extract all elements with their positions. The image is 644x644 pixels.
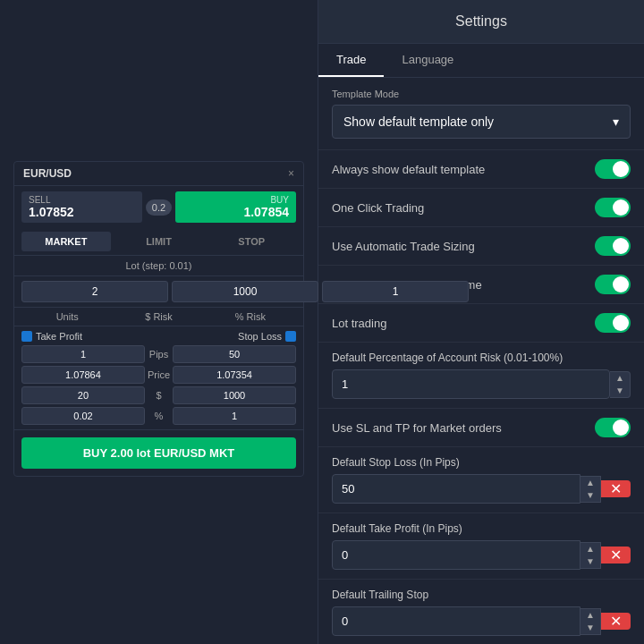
default-trailing-stop-row: ▲ ▼ ✕ bbox=[332, 606, 631, 636]
order-type-row: MARKET LIMIT STOP bbox=[14, 228, 303, 256]
lot-inputs-row bbox=[14, 276, 303, 308]
percent-label: % bbox=[148, 411, 170, 421]
default-take-profit-delete-button[interactable]: ✕ bbox=[601, 547, 631, 564]
toggle-one-click-label: One Click Trading bbox=[332, 201, 424, 215]
close-icon[interactable]: × bbox=[288, 167, 294, 180]
price-label: Price bbox=[148, 369, 170, 380]
buy-label: BUY bbox=[182, 195, 289, 205]
sl-dollar-input[interactable] bbox=[173, 386, 296, 404]
template-mode-dropdown[interactable]: Show default template only ▾ bbox=[332, 105, 631, 139]
default-stop-loss-delete-button[interactable]: ✕ bbox=[601, 480, 631, 497]
template-mode-label: Template Mode bbox=[332, 89, 631, 99]
default-trailing-stop-down-arrow[interactable]: ▼ bbox=[580, 622, 600, 634]
default-trailing-stop-input[interactable] bbox=[332, 606, 580, 636]
account-risk-down-arrow[interactable]: ▼ bbox=[610, 385, 630, 397]
default-trailing-stop-arrows: ▲ ▼ bbox=[580, 608, 601, 635]
toggle-one-click-switch[interactable] bbox=[595, 198, 631, 217]
toggle-lot-trading-knob bbox=[613, 315, 629, 331]
limit-button[interactable]: LIMIT bbox=[114, 232, 204, 251]
account-risk-row: ▲ ▼ bbox=[332, 369, 631, 399]
default-stop-loss-row: ▲ ▼ ✕ bbox=[332, 474, 631, 504]
sl-price-input[interactable] bbox=[173, 366, 296, 384]
tp-sl-section: Take Profit Stop Loss Pips Price $ % bbox=[14, 326, 303, 430]
template-mode-value: Show default template only bbox=[343, 114, 494, 129]
toggle-always-default-knob bbox=[613, 161, 629, 177]
toggle-sl-tp-market-switch[interactable] bbox=[595, 418, 631, 437]
tp-dollar-input[interactable] bbox=[21, 386, 145, 404]
lot-header: Lot (step: 0.01) bbox=[14, 256, 303, 276]
default-trailing-stop-label: Default Trailing Stop bbox=[332, 589, 631, 601]
tab-trade[interactable]: Trade bbox=[318, 44, 384, 77]
default-stop-loss-input[interactable] bbox=[332, 474, 580, 504]
toggle-lot-trading-switch[interactable] bbox=[595, 313, 631, 333]
toggle-adv-order-volume-knob bbox=[613, 276, 629, 292]
toggle-sl-tp-market: Use SL and TP for Market orders bbox=[318, 409, 644, 447]
stop-button[interactable]: STOP bbox=[207, 232, 296, 251]
toggle-always-default-switch[interactable] bbox=[595, 159, 631, 179]
default-take-profit-section: Default Take Profit (In Pips) ▲ ▼ ✕ bbox=[318, 513, 644, 580]
default-stop-loss-down-arrow[interactable]: ▼ bbox=[580, 489, 600, 502]
toggle-one-click-knob bbox=[613, 199, 629, 216]
tp-checkbox[interactable] bbox=[21, 331, 32, 342]
toggle-sl-tp-market-knob bbox=[613, 419, 629, 436]
pair-title: EUR/USD bbox=[23, 167, 72, 180]
buy-box[interactable]: BUY 1.07854 bbox=[175, 191, 296, 223]
toggle-auto-sizing-switch[interactable] bbox=[595, 236, 631, 256]
tp-pips-input[interactable] bbox=[21, 345, 145, 363]
default-trailing-stop-delete-button[interactable]: ✕ bbox=[601, 613, 631, 630]
lot-input-3[interactable] bbox=[322, 281, 469, 302]
chevron-down-icon: ▾ bbox=[613, 114, 619, 129]
risk-dollar-label: $ Risk bbox=[113, 311, 204, 322]
toggle-always-default: Always show default template bbox=[318, 150, 644, 189]
sl-checkbox[interactable] bbox=[285, 331, 296, 342]
settings-panel: Settings Trade Language Template Mode Sh… bbox=[318, 0, 644, 644]
default-trailing-stop-up-arrow[interactable]: ▲ bbox=[580, 609, 600, 622]
pips-label: Pips bbox=[148, 349, 170, 360]
default-take-profit-arrows: ▲ ▼ bbox=[580, 542, 601, 569]
lot-badge: 0.2 bbox=[146, 199, 172, 216]
settings-tabs: Trade Language bbox=[318, 44, 644, 78]
default-take-profit-label: Default Take Profit (In Pips) bbox=[332, 522, 631, 535]
default-take-profit-input[interactable] bbox=[332, 540, 580, 570]
tab-language[interactable]: Language bbox=[384, 44, 471, 77]
default-stop-loss-up-arrow[interactable]: ▲ bbox=[580, 477, 600, 489]
buy-submit-button[interactable]: BUY 2.00 lot EUR/USD MKT bbox=[21, 437, 296, 469]
settings-title: Settings bbox=[455, 13, 507, 29]
tp-sl-grid: Pips Price $ % bbox=[21, 345, 296, 425]
template-mode-section: Template Mode Show default template only… bbox=[318, 78, 644, 150]
sl-pips-input[interactable] bbox=[173, 345, 296, 363]
account-risk-up-arrow[interactable]: ▲ bbox=[610, 372, 630, 385]
default-trailing-stop-section: Default Trailing Stop ▲ ▼ ✕ bbox=[318, 580, 644, 644]
default-take-profit-up-arrow[interactable]: ▲ bbox=[580, 543, 600, 555]
settings-header: Settings bbox=[318, 0, 644, 44]
toggle-auto-sizing: Use Automatic Trade Sizing bbox=[318, 227, 644, 266]
toggle-lot-trading-label: Lot trading bbox=[332, 317, 386, 330]
units-label: Units bbox=[21, 311, 113, 322]
trading-widget: EUR/USD × SELL 1.07852 0.2 BUY 1.07854 M… bbox=[13, 161, 304, 477]
toggle-one-click: One Click Trading bbox=[318, 189, 644, 227]
sell-price: 1.07852 bbox=[29, 205, 135, 219]
default-take-profit-down-arrow[interactable]: ▼ bbox=[580, 555, 600, 568]
sell-buy-row: SELL 1.07852 0.2 BUY 1.07854 bbox=[14, 186, 303, 228]
account-risk-arrows: ▲ ▼ bbox=[610, 371, 631, 398]
tp-percent-input[interactable] bbox=[21, 407, 145, 425]
account-risk-input[interactable] bbox=[332, 369, 610, 399]
toggle-adv-order-volume-switch[interactable] bbox=[595, 275, 631, 294]
widget-header: EUR/USD × bbox=[14, 162, 303, 186]
sl-percent-input[interactable] bbox=[173, 407, 296, 425]
tp-sl-header-row: Take Profit Stop Loss bbox=[21, 331, 296, 342]
settings-content: Template Mode Show default template only… bbox=[318, 78, 644, 644]
lot-input-1[interactable] bbox=[21, 281, 168, 302]
sell-box[interactable]: SELL 1.07852 bbox=[21, 191, 142, 223]
default-stop-loss-section: Default Stop Loss (In Pips) ▲ ▼ ✕ bbox=[318, 447, 644, 513]
lot-input-2[interactable] bbox=[172, 281, 318, 302]
default-stop-loss-arrows: ▲ ▼ bbox=[580, 476, 601, 503]
market-button[interactable]: MARKET bbox=[21, 232, 111, 251]
buy-price: 1.07854 bbox=[182, 205, 289, 219]
units-row: Units $ Risk % Risk bbox=[14, 308, 303, 326]
tp-price-input[interactable] bbox=[21, 366, 145, 384]
toggle-auto-sizing-label: Use Automatic Trade Sizing bbox=[332, 240, 475, 253]
default-take-profit-row: ▲ ▼ ✕ bbox=[332, 540, 631, 570]
account-risk-label: Default Percentage of Account Risk (0.01… bbox=[332, 352, 631, 364]
toggle-always-default-label: Always show default template bbox=[332, 163, 485, 176]
